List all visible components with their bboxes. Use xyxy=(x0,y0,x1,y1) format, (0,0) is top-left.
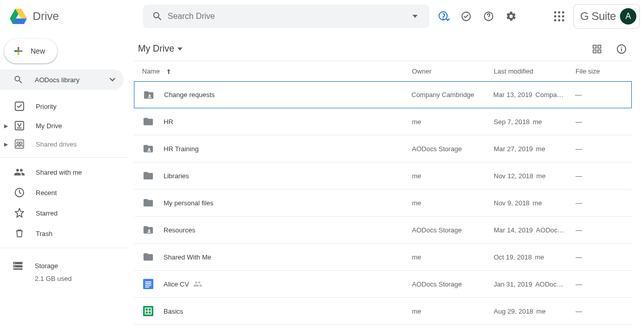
file-size: — xyxy=(576,307,632,315)
table-header: Name Owner Last modified File size xyxy=(134,61,632,82)
table-row[interactable]: My personal filesmeNov 9, 2018me— xyxy=(134,189,632,217)
search-icon[interactable] xyxy=(147,6,168,27)
new-button[interactable]: New xyxy=(4,39,57,63)
sidebar-item-shared-with-me[interactable]: Shared with me xyxy=(0,162,124,182)
column-name-header[interactable]: Name xyxy=(142,67,412,75)
column-owner-header[interactable]: Owner xyxy=(412,67,494,75)
table-row[interactable]: ResourcesAODocs StorageMar 14, 2019AODoc… xyxy=(134,217,632,244)
file-name: My personal files xyxy=(164,199,412,207)
sidebar-item-shared-drives[interactable]: ▶ Shared drives xyxy=(0,135,128,153)
svg-point-30 xyxy=(621,46,622,48)
expand-triangle-icon[interactable]: ▶ xyxy=(4,123,10,129)
file-list: Change requestsCompany CambridgeMar 13, … xyxy=(134,81,632,325)
file-size: — xyxy=(576,118,632,126)
sidebar-item-trash[interactable]: Trash xyxy=(0,223,124,244)
sidebar-item-starred[interactable]: Starred xyxy=(0,203,124,223)
offline-ready-icon[interactable] xyxy=(456,6,476,27)
file-owner: AODocs Storage xyxy=(412,145,494,153)
shared-people-icon xyxy=(193,279,202,289)
chevron-down-icon xyxy=(177,48,182,51)
sidebar-item-recent[interactable]: Recent xyxy=(0,182,124,203)
shared-drives-icon xyxy=(13,138,26,150)
folder-icon xyxy=(142,251,154,263)
file-name: Resources xyxy=(164,226,412,234)
sidebar-item-storage[interactable]: Storage xyxy=(12,256,128,275)
file-modified: Mar 14, 2019AODoc… xyxy=(494,226,576,234)
search-input[interactable] xyxy=(168,12,405,21)
svg-point-4 xyxy=(488,18,489,19)
avatar[interactable]: A xyxy=(620,8,636,25)
file-size: — xyxy=(576,145,632,153)
support-help-icon[interactable] xyxy=(433,6,454,27)
table-row[interactable]: LibrariesmeNov 12, 2018me— xyxy=(134,162,632,189)
svg-point-31 xyxy=(149,94,151,97)
table-row[interactable]: Shared With MemeOct 19, 2018me— xyxy=(134,244,632,271)
my-drive-icon xyxy=(13,120,26,132)
svg-rect-36 xyxy=(145,283,151,284)
svg-point-18 xyxy=(19,142,22,145)
file-modified: Jan 31, 2019AODoc… xyxy=(494,280,576,288)
info-icon[interactable] xyxy=(611,39,632,59)
star-icon xyxy=(13,207,26,219)
folder-shared-icon xyxy=(142,143,154,155)
table-row[interactable]: BasicsmeAug 29, 2018me— xyxy=(134,298,632,325)
file-size: — xyxy=(576,226,632,234)
new-label: New xyxy=(31,47,45,55)
svg-rect-27 xyxy=(593,50,596,53)
expand-triangle-icon[interactable]: ▶ xyxy=(4,141,10,147)
column-size-header[interactable]: File size xyxy=(576,67,632,75)
svg-point-17 xyxy=(17,142,19,145)
table-row[interactable]: Alice CVAODocs StorageJan 31, 2019AODoc…… xyxy=(134,271,632,298)
help-icon[interactable] xyxy=(478,6,499,27)
storage-icon xyxy=(12,261,25,270)
app-name: Drive xyxy=(33,10,59,23)
column-modified-header[interactable]: Last modified xyxy=(494,67,576,75)
svg-point-10 xyxy=(562,15,564,17)
file-owner: me xyxy=(412,199,494,207)
search-options-dropdown[interactable] xyxy=(405,6,425,27)
search-bar[interactable] xyxy=(143,5,429,28)
file-size: — xyxy=(576,172,632,180)
apps-grid-icon[interactable] xyxy=(549,6,569,27)
drive-logo-icon xyxy=(8,6,29,27)
file-modified: Mar 13, 2019Compa… xyxy=(493,91,575,99)
file-owner: Company Cambridge xyxy=(411,91,493,99)
table-row[interactable]: Change requestsCompany CambridgeMar 13, … xyxy=(134,81,632,108)
table-row[interactable]: HRmeSep 7, 2018me— xyxy=(134,108,632,135)
breadcrumb[interactable]: My Drive xyxy=(134,41,187,56)
chevron-down-icon[interactable] xyxy=(109,78,116,82)
file-owner: AODocs Storage xyxy=(412,280,494,288)
sidebar-item-priority[interactable]: Priority xyxy=(0,96,124,116)
library-search-item[interactable]: AODocs library xyxy=(0,69,124,90)
doc-icon xyxy=(142,278,154,290)
gsuite-badge[interactable]: G Suite A xyxy=(573,4,640,29)
file-modified: Oct 19, 2018me xyxy=(494,253,576,261)
file-size: — xyxy=(576,253,632,261)
svg-point-12 xyxy=(558,19,560,21)
file-name: Basics xyxy=(164,307,412,315)
divider xyxy=(0,157,128,158)
file-owner: AODocs Storage xyxy=(412,226,494,234)
priority-icon xyxy=(13,100,26,112)
svg-rect-26 xyxy=(598,45,601,48)
svg-point-5 xyxy=(554,11,556,13)
sidebar-item-my-drive[interactable]: ▶ My Drive xyxy=(0,116,128,135)
clock-icon xyxy=(13,186,26,199)
folder-icon xyxy=(142,170,154,182)
svg-point-11 xyxy=(554,19,556,21)
folder-shared-icon xyxy=(142,224,154,236)
sidebar: New AODocs library Priority ▶ My Drive ▶… xyxy=(0,33,128,332)
table-row[interactable]: HR TrainingAODocs StorageMar 27, 2019me— xyxy=(134,135,632,162)
sheet-icon xyxy=(142,305,154,317)
main-content: My Drive Name Owner Last modified File s… xyxy=(128,33,644,332)
svg-point-13 xyxy=(562,19,564,21)
grid-view-icon[interactable] xyxy=(587,39,607,59)
svg-point-6 xyxy=(558,11,560,13)
file-modified: Nov 9, 2018me xyxy=(494,199,576,207)
file-owner: me xyxy=(412,118,494,126)
file-name: HR Training xyxy=(164,145,412,153)
sort-arrow-up-icon xyxy=(165,68,172,75)
settings-gear-icon[interactable] xyxy=(501,6,521,27)
file-owner: me xyxy=(412,307,494,315)
logo-area[interactable]: Drive xyxy=(8,6,143,27)
